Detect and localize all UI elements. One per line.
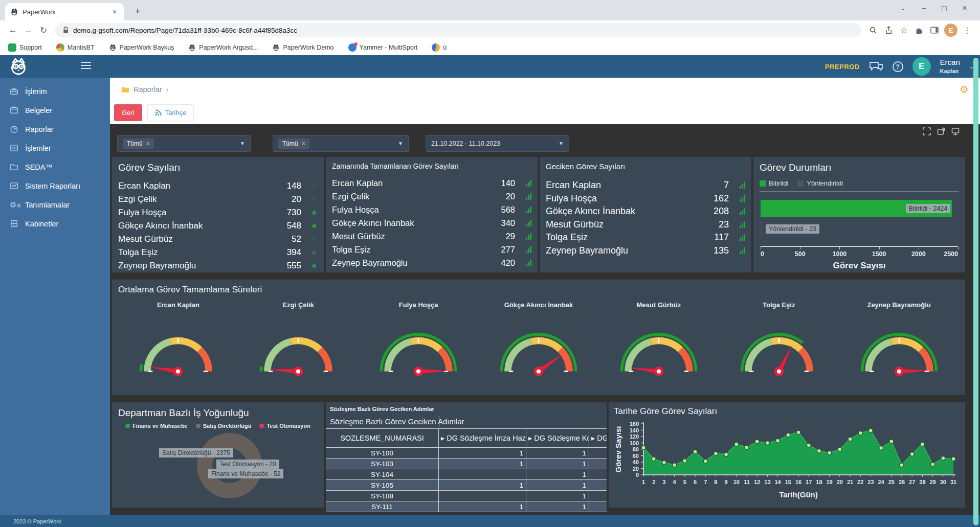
tab-close-icon[interactable]: × [110,8,119,16]
bookmark-mantisbt[interactable]: MantisBT [56,43,95,52]
remove-icon[interactable]: × [146,140,150,147]
sidebar-item-kabinetler[interactable]: Kabinetler [0,214,110,233]
support-favicon [8,43,16,52]
documents-icon [10,106,18,114]
folder-icon [121,86,129,93]
history-button[interactable]: Tarihçe [147,104,194,121]
column-header[interactable]: ▸DG S [589,429,607,447]
panel-title: Geciken Görev Sayıları [546,162,745,171]
help-icon[interactable]: ? [893,61,903,72]
svg-text:100: 100 [630,440,639,446]
close-icon[interactable]: × [954,2,975,15]
column-header[interactable]: SOZLESME_NUMARASI [326,429,439,447]
svg-text:17: 17 [806,479,812,485]
date-range-dropdown[interactable]: 21.10.2022 - 11.10.2023 ▼ [426,135,569,152]
user-name[interactable]: ErcanKaplan [940,58,960,75]
window-chevron-icon[interactable]: ⌄ [893,2,914,15]
filter-chip: Tümü× [123,139,154,149]
svg-text:21: 21 [847,479,853,485]
briefcase-icon [10,87,18,96]
bar-chart: Bitirildi - 2424 Yönlendirildi - 23 [761,198,958,246]
breadcrumb-link[interactable]: Raporlar [133,85,162,94]
chat-icon[interactable] [869,60,883,73]
back-icon[interactable]: ← [5,25,20,35]
table-row: SY-11111 [326,501,607,512]
sidebar-item-label: İşlemler [25,144,51,152]
search-icon[interactable] [865,26,881,34]
gauge-cell: Ercan Kaplan [118,301,238,380]
share-icon[interactable] [881,26,896,34]
svg-text:30: 30 [940,479,946,485]
panel-tasks-by-date: Tarihe Göre Görev Sayıları 0204060801001… [609,402,965,508]
sidebar-item-label: Kabinetler [25,220,58,228]
owl-logo-icon[interactable] [8,57,29,76]
bookmark-paperwork-argus[interactable]: PaperWork Argusd... [188,44,258,51]
breadcrumb: Raporlar › ⚙ [110,78,980,101]
filter-dropdown-1[interactable]: Tümü× ▼ [117,135,251,152]
gauge-cell: Tolga Eşiz [719,301,839,380]
status-bar-finished[interactable]: Bitirildi - 2424 [761,200,952,217]
chart-legend: Bitirildi Yönlendirildi [760,179,959,187]
bookmark-yammer[interactable]: Yammer - MultiSport [348,43,418,52]
scrollbar-thumb[interactable] [973,58,978,525]
tab-title: PaperWork [23,8,106,16]
sidebar-item-tanimlamalar[interactable]: ⚙⚙Tanımlamalar [0,195,110,214]
url-bar[interactable]: demo.g-gsoft.com/Reports/Page/71da31ff-3… [55,23,861,37]
column-header[interactable]: ▸DG Sözleşme Kontrol [526,429,589,447]
sidebar-item-islemler[interactable]: İşlemler [0,139,110,157]
forward-icon[interactable]: → [20,25,36,35]
menu-kebab-icon[interactable]: ⋮ [960,26,975,35]
fullscreen-icon[interactable] [937,127,945,135]
app-footer: 2023 © PaperWork [0,515,980,527]
star-icon: ★ [306,221,318,231]
sidebar-item-islerim[interactable]: İşlerim [0,82,110,101]
remove-icon[interactable]: × [302,140,305,147]
filter-dropdown-2[interactable]: Tümü× ▼ [273,135,409,152]
column-header[interactable]: ▸DG Sözleşme İmza Hazırlama [439,429,526,447]
svg-text:12: 12 [754,479,760,485]
bookmark-misc[interactable]: ü [432,43,447,52]
fit-screen-icon[interactable] [923,127,931,135]
new-tab-button[interactable]: + [131,5,144,18]
back-button[interactable]: Geri [114,104,142,121]
owl-favicon-icon [188,44,196,51]
bookmark-support[interactable]: Support [8,43,42,52]
hamburger-icon[interactable] [81,62,91,71]
table-row: SY-1081 [326,491,607,501]
legend-item[interactable]: Yönlendirildi [797,179,843,187]
gauge-cell: Fulya Hoşça [359,301,479,380]
user-avatar[interactable]: E [912,57,931,76]
panel-title: Görev Durumları [760,162,959,173]
sidebar-item-raporlar[interactable]: Raporlar [0,120,110,139]
status-bar-forwarded[interactable] [761,221,763,237]
maximize-icon[interactable]: ▢ [934,2,954,15]
bookmark-star-icon[interactable]: ☆ [896,25,911,36]
browser-toolbar: ← → ↻ demo.g-gsoft.com/Reports/Page/71da… [0,20,980,40]
print-icon[interactable] [951,127,960,135]
sidebar-item-label: Sistem Raporları [25,182,80,190]
legend-item[interactable]: Bitirildi [760,179,788,187]
panel-department-load: Departman Bazlı İş Yoğunluğu Finans ve M… [112,402,324,508]
bookmark-paperwork-demo[interactable]: PaperWork Demo [272,44,333,51]
column-marker-icon: ▸ [528,434,532,442]
sidebar-item-belgeler[interactable]: Belgeler [0,101,110,120]
tasks-by-date-chart: 0204060801001201401601234567891011121314… [614,418,960,506]
sidebar-item-seda[interactable]: SEDA™ [0,157,110,176]
signal-bars-icon [520,180,531,187]
browser-tab[interactable]: PaperWork × [5,3,124,20]
gauge-cell: Mesut Gürbüz [598,301,719,380]
refresh-icon[interactable]: ↻ [36,25,51,36]
dashboard: Tümü× ▼ Tümü× ▼ 21.10.2022 - 11.10.2023 … [110,124,980,515]
user-last-name: Kaplan [940,68,959,74]
side-panel-icon[interactable] [927,27,942,34]
extensions-icon[interactable] [911,26,927,34]
browser-profile-avatar[interactable]: E [944,24,957,37]
sidebar-item-sistem-raporlari[interactable]: Sistem Raporları [0,176,110,195]
gear-icon[interactable]: ⚙ [960,83,969,96]
list-item: Ezgi Çelik20 [332,190,531,203]
minimize-icon[interactable]: – [914,2,934,15]
bookmark-paperwork-baykus[interactable]: PaperWork Baykuş [109,44,174,51]
table-title: Sözleşme Bazlı Görev Geciken Adımlar [326,415,607,428]
signal-bars-icon [734,234,745,241]
gauge-chart [730,318,828,378]
